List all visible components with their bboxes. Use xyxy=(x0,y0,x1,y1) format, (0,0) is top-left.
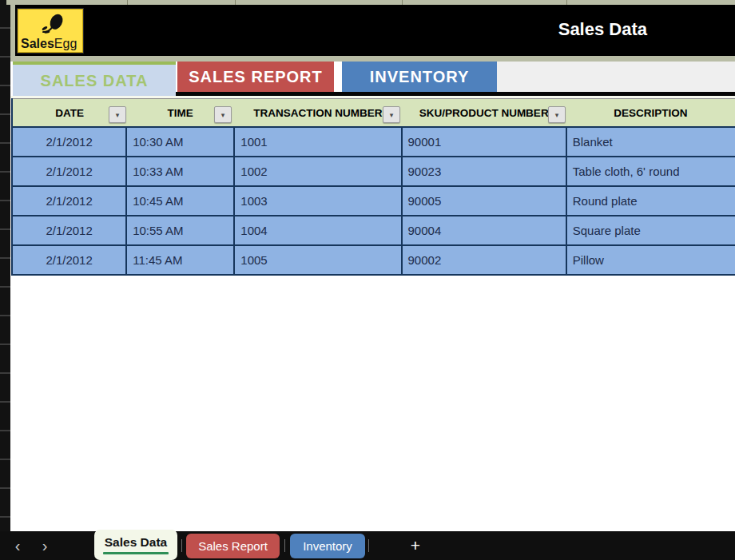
header-bottom-border xyxy=(10,56,735,62)
nav-tab-sales-data[interactable]: SALES DATA xyxy=(13,62,176,97)
logo-text-light: Egg xyxy=(54,37,77,50)
sheet-tab-divider xyxy=(284,539,285,552)
sheet-scroll-left-icon[interactable]: ‹ xyxy=(10,538,26,554)
cell-date[interactable]: 2/1/2012 xyxy=(12,127,126,157)
cell-sku[interactable]: 90004 xyxy=(402,216,566,245)
sheet-tab-divider xyxy=(181,539,182,552)
spreadsheet-window: SalesEgg Sales Data SALES DATA SALES REP… xyxy=(0,0,735,560)
cell-date[interactable]: 2/1/2012 xyxy=(12,216,126,245)
sales-data-table: DATE TIME TRANSACTION NUMBER SKU/PRODUCT… xyxy=(11,98,735,276)
sheet-tab-label: Sales Data xyxy=(105,535,167,550)
row-header-strip xyxy=(0,0,10,531)
cell-sku[interactable]: 90001 xyxy=(402,127,566,157)
table-row: 2/1/2012 10:55 AM 1004 90004 Square plat… xyxy=(12,216,735,245)
filter-dropdown-transaction-icon[interactable]: ▾ xyxy=(383,106,400,123)
filter-dropdown-time-icon[interactable]: ▾ xyxy=(214,106,232,123)
cell-date[interactable]: 2/1/2012 xyxy=(12,186,126,216)
filter-dropdown-sku-icon[interactable]: ▾ xyxy=(548,106,566,123)
active-sheet-underline xyxy=(103,552,169,554)
cell-time[interactable]: 10:33 AM xyxy=(126,157,234,186)
add-sheet-button[interactable]: + xyxy=(403,535,427,556)
sheet-tab-inventory[interactable]: Inventory xyxy=(290,534,365,558)
logo-wordmark: SalesEgg xyxy=(21,37,77,51)
cell-transaction-number[interactable]: 1001 xyxy=(234,127,401,157)
cell-time[interactable]: 11:45 AM xyxy=(126,245,234,275)
cell-date[interactable]: 2/1/2012 xyxy=(12,157,126,186)
table-row: 2/1/2012 10:45 AM 1003 90005 Round plate xyxy=(12,186,735,216)
page-title: Sales Data xyxy=(558,19,647,40)
cell-transaction-number[interactable]: 1004 xyxy=(234,216,401,245)
cell-sku[interactable]: 90005 xyxy=(402,186,566,216)
sheet-tab-sales-report[interactable]: Sales Report xyxy=(186,534,280,558)
table-row: 2/1/2012 11:45 AM 1005 90002 Pillow xyxy=(12,245,735,275)
column-header-sku-product-number[interactable]: SKU/PRODUCT NUMBER xyxy=(402,99,566,128)
column-header-description[interactable]: DESCRIPTION xyxy=(566,99,735,128)
filter-dropdown-date-icon[interactable]: ▾ xyxy=(109,106,126,123)
salesegg-logo: SalesEgg xyxy=(17,8,84,54)
cell-description[interactable]: Pillow xyxy=(566,245,735,275)
cell-description[interactable]: Table cloth, 6' round xyxy=(566,157,735,186)
cell-time[interactable]: 10:30 AM xyxy=(126,127,234,157)
cell-sku[interactable]: 90023 xyxy=(402,157,566,186)
table-row: 2/1/2012 10:33 AM 1002 90023 Table cloth… xyxy=(12,157,735,186)
cell-time[interactable]: 10:45 AM xyxy=(126,186,234,216)
cell-sku[interactable]: 90002 xyxy=(402,245,566,275)
nav-tab-inventory[interactable]: INVENTORY xyxy=(342,62,497,92)
sheet-tab-sales-data[interactable]: Sales Data xyxy=(94,530,177,560)
logo-text-bold: Sales xyxy=(21,37,54,50)
sheet-scroll-right-icon[interactable]: › xyxy=(37,538,53,554)
sheet-tab-divider xyxy=(368,539,369,552)
title-header-bar: SalesEgg Sales Data xyxy=(15,5,735,56)
cell-date[interactable]: 2/1/2012 xyxy=(12,245,126,275)
cell-transaction-number[interactable]: 1002 xyxy=(234,157,401,186)
nav-tabs-filler xyxy=(497,62,735,92)
column-header-transaction-number[interactable]: TRANSACTION NUMBER xyxy=(234,99,401,128)
sheet-tab-bar: ‹ › Sales Data Sales Report Inventory + xyxy=(0,531,735,560)
cell-transaction-number[interactable]: 1003 xyxy=(234,186,401,216)
cell-transaction-number[interactable]: 1005 xyxy=(234,245,401,275)
table-row: 2/1/2012 10:30 AM 1001 90001 Blanket xyxy=(12,127,735,157)
cell-time[interactable]: 10:55 AM xyxy=(126,216,234,245)
egg-icon xyxy=(37,11,69,37)
nav-tab-sales-report[interactable]: SALES REPORT xyxy=(177,62,334,92)
cell-description[interactable]: Round plate xyxy=(566,186,735,216)
cell-description[interactable]: Square plate xyxy=(566,216,735,245)
cell-description[interactable]: Blanket xyxy=(566,127,735,157)
